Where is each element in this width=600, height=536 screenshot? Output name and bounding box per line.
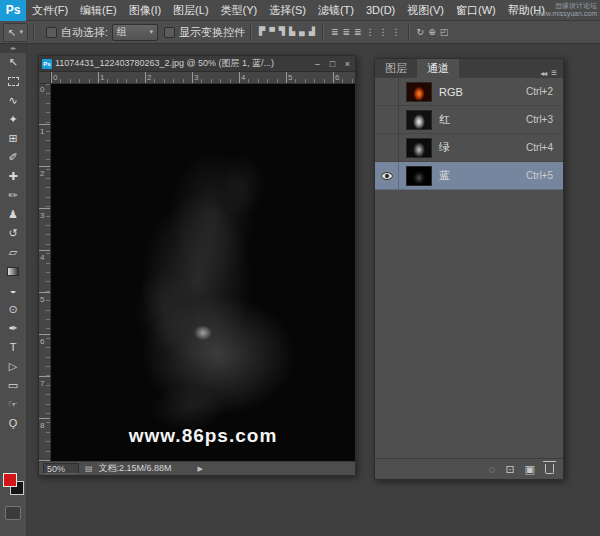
ruler-number: 6 [335,73,339,82]
menu-layer[interactable]: 图层(L) [167,0,214,21]
options-bar: ↖ ▾ 自动选择: 组 ▾ 显示变换控件 ▛ ▀ ▜ ▙ ▄ ▟ ≣ ≣ ≣ ⋮… [0,21,600,44]
marquee-icon [8,77,19,86]
shape-tool[interactable]: ▭ [0,376,26,395]
app-logo[interactable]: Ps [0,0,26,21]
quick-selection-tool[interactable]: ✦ [0,110,26,129]
show-transform-checkbox[interactable] [164,27,175,38]
screen-mode-button[interactable] [5,506,21,520]
visibility-toggle[interactable] [375,162,399,189]
dodge-tool[interactable]: ⊙ [0,300,26,319]
clone-stamp-tool[interactable]: ♟ [0,205,26,224]
chevron-down-icon: ▾ [149,28,153,36]
gradient-tool[interactable] [0,262,26,281]
zoom-level-field[interactable]: 50% [43,463,79,474]
tool-preset-picker[interactable]: ↖ ▾ [3,23,28,42]
channel-row-rgb[interactable]: RGB Ctrl+2 [375,78,563,106]
canvas-watermark-text: www.86ps.com [129,425,278,447]
canvas[interactable]: www.86ps.com [51,84,355,461]
status-flyout-icon[interactable]: ▶ [198,465,203,473]
ruler-number: 2 [147,73,151,82]
3d-rotate-icon[interactable]: ↻ [417,26,425,38]
channel-row-green[interactable]: 绿 Ctrl+4 [375,134,563,162]
distribute-vcenter-icon[interactable]: ≣ [342,26,350,38]
channel-thumbnail [406,138,432,158]
type-tool[interactable]: T [0,338,26,357]
align-left-icon[interactable]: ▛ [259,26,265,38]
auto-select-label: 自动选择: [61,25,108,40]
new-channel-icon[interactable]: ▣ [525,463,535,476]
rect-marquee-tool[interactable] [0,72,26,91]
photoshop-window: { "colors": { "app_bg": "#3f3f3f", "pane… [0,0,600,536]
horizontal-ruler[interactable]: 0 1 2 3 4 5 6 [51,72,355,84]
auto-select-dropdown[interactable]: 组 ▾ [112,24,158,41]
align-vcenter-icon[interactable]: ▄ [299,26,305,38]
restore-button[interactable]: □ [325,59,340,69]
menu-image[interactable]: 图像(I) [123,0,167,21]
minimize-button[interactable]: – [310,59,325,69]
delete-channel-icon[interactable] [545,464,554,474]
document-window: Ps 11074431_122403780263_2.jpg @ 50% (图层… [38,55,356,476]
eraser-tool[interactable]: ▱ [0,243,26,262]
visibility-toggle[interactable] [375,78,399,105]
options-separator [33,24,35,40]
distribute-top-icon[interactable]: ≣ [331,26,339,38]
tab-channels[interactable]: 通道 [417,59,459,78]
align-right-icon[interactable]: ▜ [279,26,285,38]
align-bottom-icon[interactable]: ▟ [309,26,315,38]
menu-filter[interactable]: 滤镜(T) [312,0,360,21]
menu-type[interactable]: 类型(Y) [215,0,264,21]
tab-layers[interactable]: 图层 [375,59,417,78]
ruler-number: 5 [40,295,44,304]
distribute-bottom-icon[interactable]: ≣ [354,26,362,38]
brush-tool[interactable]: ✏ [0,186,26,205]
visibility-toggle[interactable] [375,106,399,133]
channel-list: RGB Ctrl+2 红 Ctrl+3 绿 Ctrl+4 蓝 Ctrl+5 [375,78,563,190]
menu-window[interactable]: 窗口(W) [450,0,502,21]
document-size-info: 文档:2.15M/6.88M [99,462,172,475]
channel-row-red[interactable]: 红 Ctrl+3 [375,106,563,134]
move-tool-icon: ↖ [8,27,16,38]
align-top-icon[interactable]: ▙ [289,26,295,38]
toolbar-collapse-icon[interactable]: ▸▸ [0,44,26,53]
foreground-color-swatch[interactable] [3,473,17,487]
panel-menu-icon[interactable]: ≡ [551,67,556,78]
ruler-number: 7 [40,379,44,388]
menu-edit[interactable]: 编辑(E) [74,0,123,21]
healing-brush-tool[interactable]: ✚ [0,167,26,186]
tools-panel: ▸▸ ↖ ∿ ✦ ⊞ ✐ ✚ ✏ ♟ ↺ ▱ ◒ ⊙ ✒ T ▷ ▭ ☞ Ǫ [0,44,27,536]
hand-tool[interactable]: ☞ [0,395,26,414]
align-hcenter-icon[interactable]: ▀ [269,26,275,38]
history-brush-tool[interactable]: ↺ [0,224,26,243]
load-selection-icon[interactable]: ◌ [489,463,496,475]
save-selection-icon[interactable]: ⊡ [505,463,514,476]
eye-icon [381,172,393,180]
distribute-right-icon[interactable]: ⋮ [392,26,401,38]
options-separator [250,24,252,40]
menu-file[interactable]: 文件(F) [26,0,74,21]
crop-tool[interactable]: ⊞ [0,129,26,148]
close-button[interactable]: × [340,59,355,69]
menu-view[interactable]: 视图(V) [401,0,450,21]
3d-pan-icon[interactable]: ⊕ [428,26,436,38]
auto-select-checkbox[interactable] [46,27,57,38]
menu-3d[interactable]: 3D(D) [360,0,401,21]
path-selection-tool[interactable]: ▷ [0,357,26,376]
chevron-down-icon: ▾ [19,28,23,36]
zoom-tool[interactable]: Ǫ [0,414,26,433]
channel-name: 红 [439,112,526,127]
lasso-tool[interactable]: ∿ [0,91,26,110]
move-tool[interactable]: ↖ [0,53,26,72]
pen-tool[interactable]: ✒ [0,319,26,338]
collapse-panel-icon[interactable]: ◂◂ [540,69,546,78]
menu-select[interactable]: 选择(S) [263,0,312,21]
3d-scale-icon[interactable]: ◰ [440,26,449,38]
document-title-bar[interactable]: Ps 11074431_122403780263_2.jpg @ 50% (图层… [39,56,355,72]
channel-row-blue[interactable]: 蓝 Ctrl+5 [375,162,563,190]
blur-tool[interactable]: ◒ [0,281,26,300]
eyedropper-tool[interactable]: ✐ [0,148,26,167]
distribute-left-icon[interactable]: ⋮ [366,26,375,38]
options-separator [408,24,410,40]
vertical-ruler[interactable]: 0 1 2 3 4 5 6 7 8 [39,84,51,461]
visibility-toggle[interactable] [375,134,399,161]
distribute-hcenter-icon[interactable]: ⋮ [379,26,388,38]
